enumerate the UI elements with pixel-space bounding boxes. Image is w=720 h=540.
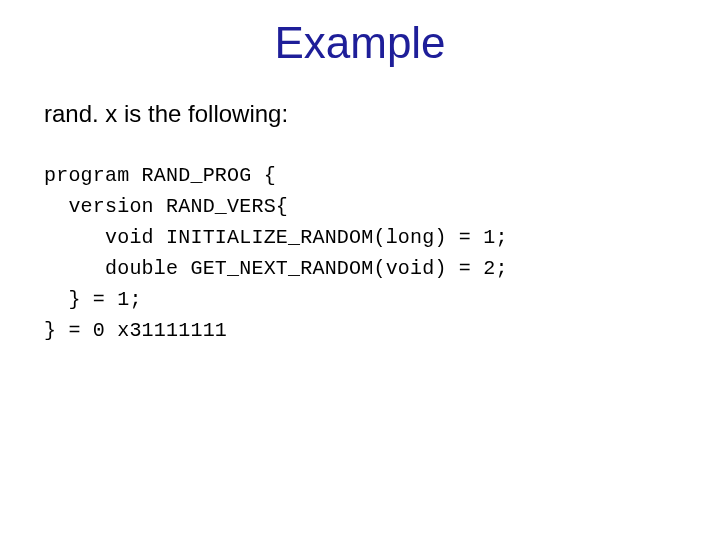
code-block: program RAND_PROG { version RAND_VERS{ v… — [44, 160, 676, 346]
slide: Example rand. x is the following: progra… — [0, 0, 720, 540]
intro-text: rand. x is the following: — [44, 100, 676, 128]
slide-title: Example — [44, 18, 676, 68]
